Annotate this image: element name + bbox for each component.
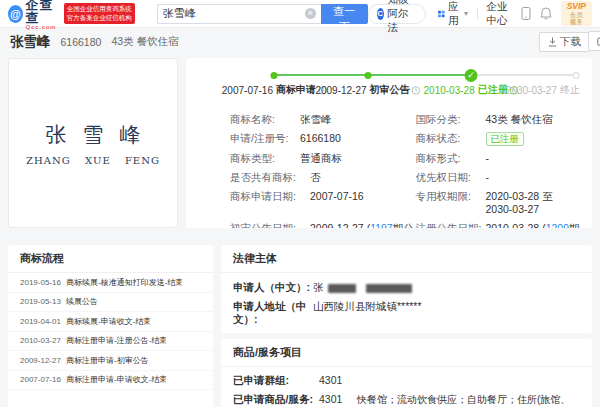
agency-row: 代理/办理机构: 山西三晋商标事务所有限公司 ✓代理商标 [233, 329, 580, 333]
trademark-image-en: ZHANG XUE FENG [26, 155, 160, 166]
table-row: 商标申请日期:2007-07-16 专用权期限:2020-03-28 至 203… [230, 187, 580, 219]
registration-number: 6166180 [61, 36, 102, 48]
qcc-logo-name: 企查查 [26, 0, 60, 24]
official-record-badge: 全国企业信用查询系统 官方备案企业征信机构 [64, 3, 135, 23]
section-title-goods: 商品/服务项目 [221, 339, 592, 367]
process-row: 2019-05-13 续展公告 [8, 293, 213, 313]
qcc-logo[interactable]: @ 企查查 Qcc.com [8, 0, 60, 30]
trademark-info-card: ✓ 2007-07-16 商标申请 2009-12-27 初审公告 2010-0… [186, 58, 592, 228]
timeline-step-registered: 2010-03-28 已注册 [424, 83, 519, 97]
applied-group-row: 已申请群组: 4301 [233, 371, 580, 390]
redacted-name-block [328, 284, 356, 293]
status-timeline: ✓ 2007-07-16 商标申请 2009-12-27 初审公告 2010-0… [198, 68, 580, 101]
notification-bell-icon[interactable] [540, 7, 552, 20]
top-navbar: @ 企查查 Qcc.com 全国企业信用查询系统 官方备案企业征信机构 × 查一… [0, 0, 600, 28]
applied-services-row: 已申请商品/服务: 4301 快餐馆；流动饮食供应；自助餐厅；住所(旅馆、供膳寄… [233, 390, 580, 407]
timeline-step-preliminary: 2009-12-27 初审公告 [315, 83, 420, 97]
agency-trademark-badge: ✓代理商标 [458, 333, 516, 334]
process-row: 2007-07-16 商标注册申请-申请收文-结束 [8, 371, 213, 391]
table-row: 是否共有商标:否 优先权日期:- [230, 168, 580, 187]
agency-company-link[interactable]: 山西三晋商标事务所有限公司 [313, 332, 450, 333]
apps-grid-icon [438, 9, 445, 19]
trademark-title-bar: 张雪峰 6166180 43类 餐饮住宿 下载 [0, 28, 600, 55]
trademark-process-card: 商标流程 2019-05-16 商标续展-核准通知打印发送-结束 2019-05… [8, 245, 213, 407]
timeline-step-expire: 2030-03-27 终止 [506, 83, 580, 97]
timeline-line-done [274, 74, 471, 76]
trademark-image-card: 张雪峰 ZHANG XUE FENG [8, 58, 178, 228]
zhibi-alpha-icon: C [377, 8, 384, 20]
timeline-line-future [471, 74, 576, 76]
applicant-address-row: 申请人地址（中文）: 山西陵川县附城镇****** [233, 297, 580, 329]
chevron-down-icon: ▾ [464, 9, 468, 18]
search-bar: × 查一下 [157, 4, 368, 24]
search-input[interactable] [163, 8, 305, 20]
timeline-step-apply: 2007-07-16 商标申请 [222, 83, 327, 97]
search-button[interactable]: 查一下 [321, 4, 368, 24]
download-icon [548, 37, 557, 47]
download-button[interactable]: 下载 [539, 32, 590, 52]
trademark-image-cn: 张雪峰 [46, 121, 157, 149]
clear-icon[interactable]: × [305, 8, 316, 19]
process-row: 2010-03-27 商标注册申请-注册公告-结束 [8, 332, 213, 352]
process-row: 2009-12-27 商标注册申请-初审公告 [8, 351, 213, 371]
category-label: 43类 餐饮住宿 [111, 35, 178, 49]
timeline-dot-preliminary [364, 72, 371, 79]
trademark-details-table: 商标名称:张雪峰 国际分类:43类 餐饮住宿 申请/注册号:6166180 商标… [198, 110, 580, 228]
section-title-process: 商标流程 [8, 245, 213, 273]
legal-entity-card: 法律主体 申请人（中文）: 张 申请人地址（中文）: 山西陵川县附城镇*****… [221, 245, 592, 333]
redacted-name-block [366, 284, 412, 293]
table-row: 申请/注册号:6166180 商标状态:已注册 [230, 129, 580, 149]
qcc-logo-domain: Qcc.com [26, 24, 60, 30]
applicant-row: 申请人（中文）: 张 [233, 278, 580, 297]
table-row: 商标名称:张雪峰 国际分类:43类 餐饮住宿 [230, 110, 580, 129]
clock-icon[interactable] [412, 86, 421, 95]
process-row: 2019-05-16 商标续展-核准通知打印发送-结束 [8, 273, 213, 293]
enterprise-center-link[interactable]: 企业中心 [487, 0, 512, 28]
svip-member-badge[interactable]: SVIP 会员服务 [561, 1, 592, 27]
mobile-app-icon[interactable] [521, 7, 531, 20]
gazette-issue-link[interactable]: 1209 [546, 222, 569, 228]
page-title: 张雪峰 [10, 33, 51, 51]
status-badge: 已注册 [486, 132, 525, 146]
table-row: 初审公告日期: 2009-12-27 (1197期公告) 注册公告日期: 201… [230, 219, 580, 228]
section-title-legal: 法律主体 [221, 245, 592, 273]
process-row: 2019-04-01 商标续展-申请收文-结束 [8, 312, 213, 332]
qcc-logo-icon: @ [8, 5, 23, 23]
timeline-dot-expire [573, 72, 580, 79]
zhibi-alpha-button[interactable]: C 知彼阿尔法 [368, 4, 427, 24]
goods-services-card: 商品/服务项目 已申请群组: 4301 已申请商品/服务: 4301 快餐馆；流… [221, 339, 592, 407]
table-row: 商标类型:普通商标 商标形式:- [230, 149, 580, 168]
share-button-partial[interactable] [588, 31, 600, 51]
apps-menu[interactable]: 应用 ▾ [438, 0, 468, 28]
timeline-check-icon: ✓ [465, 69, 478, 82]
gazette-issue-link[interactable]: 1197 [370, 222, 393, 228]
timeline-dot-apply [271, 72, 278, 79]
